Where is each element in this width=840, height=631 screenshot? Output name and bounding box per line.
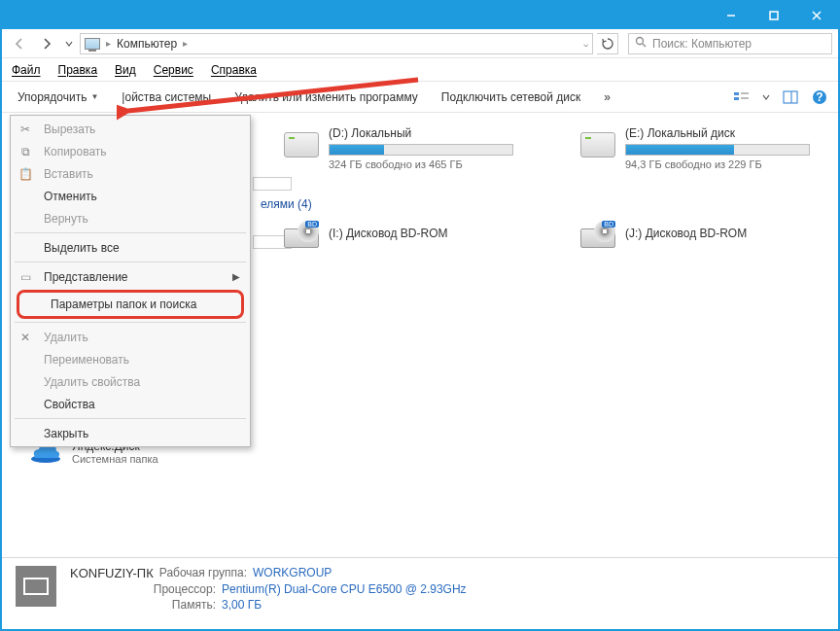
details-pane: KONFUZIY-ПК Рабочая группа: WORKGROUP Пр… (2, 557, 838, 629)
mem-label: Память: (70, 598, 216, 612)
hdd-icon (284, 132, 319, 158)
forward-button[interactable] (35, 32, 58, 55)
preview-pane-button[interactable] (780, 87, 801, 108)
breadcrumb-sep-icon: ▸ (183, 38, 188, 49)
search-icon (635, 36, 647, 51)
drive-e[interactable]: (E:) Локальный диск 94,3 ГБ свободно из … (580, 126, 819, 170)
removable-media-header[interactable]: елями (4) (261, 193, 819, 219)
mem-value: 3,00 ГБ (222, 598, 262, 612)
menu-paste[interactable]: 📋Вставить (13, 162, 248, 185)
uninstall-program-button[interactable]: Удалить или изменить программу (227, 87, 426, 108)
drive-name: (E:) Локальный диск (625, 126, 819, 140)
computer-icon (85, 38, 100, 50)
menu-properties[interactable]: Свойства (13, 393, 248, 415)
drive-i-bdrom[interactable]: BD (I:) Дисковод BD-ROM (284, 219, 522, 248)
address-dropdown-icon[interactable]: ⌵ (583, 39, 588, 49)
usage-bar (625, 144, 810, 156)
bdrom-icon: BD (580, 221, 615, 248)
refresh-button[interactable] (597, 33, 618, 54)
breadcrumb-computer[interactable]: Компьютер (117, 37, 177, 51)
cpu-value: Pentium(R) Dual-Core CPU E6500 @ 2.93GHz (222, 582, 467, 596)
view-mode-button[interactable] (731, 87, 752, 108)
organize-dropdown: ✂Вырезать ⧉Копировать 📋Вставить Отменить… (10, 115, 251, 447)
svg-rect-7 (734, 97, 739, 100)
drive-d[interactable]: (D:) Локальный 324 ГБ свободно из 465 ГБ (284, 126, 522, 170)
map-network-drive-button[interactable]: Подключить сетевой диск (434, 87, 588, 108)
search-box[interactable]: Поиск: Компьютер (628, 33, 832, 54)
organize-button[interactable]: Упорядочить ▼ (10, 87, 106, 108)
breadcrumb-sep-icon: ▸ (106, 38, 111, 49)
drive-free-text: 324 ГБ свободно из 465 ГБ (329, 158, 522, 170)
delete-icon: ✕ (17, 331, 34, 344)
svg-text:?: ? (816, 90, 822, 104)
menu-redo[interactable]: Вернуть (13, 207, 248, 229)
menu-copy[interactable]: ⧉Копировать (13, 140, 248, 162)
menu-service[interactable]: Сервис (154, 63, 193, 77)
yandex-disk-subtitle: Системная папка (72, 453, 158, 465)
svg-line-5 (643, 44, 646, 47)
search-placeholder: Поиск: Компьютер (652, 37, 752, 51)
menu-cut[interactable]: ✂Вырезать (13, 118, 248, 140)
svg-point-4 (637, 38, 644, 45)
menu-remove-props[interactable]: Удалить свойства (13, 370, 248, 393)
drive-name: (J:) Дисковод BD-ROM (625, 227, 819, 240)
hdd-icon (580, 132, 615, 158)
workgroup-value: WORKGROUP (253, 566, 332, 580)
menu-edit[interactable]: Правка (58, 63, 98, 77)
drives-row: (D:) Локальный 324 ГБ свободно из 465 ГБ… (284, 126, 819, 170)
computer-large-icon (16, 566, 56, 607)
annotation-highlight: Параметры папок и поиска (17, 290, 244, 319)
workgroup-label: Рабочая группа: (159, 566, 247, 580)
system-properties-button[interactable]: |ойства системы (114, 87, 219, 108)
drive-name: (I:) Дисковод BD-ROM (329, 227, 522, 240)
toolbar: Упорядочить ▼ |ойства системы Удалить ил… (2, 82, 838, 113)
navbar: ▸ Компьютер ▸ ⌵ Поиск: Компьютер (2, 29, 838, 58)
menu-folder-options[interactable]: Параметры папок и поиска (19, 293, 241, 316)
menu-undo[interactable]: Отменить (13, 185, 248, 207)
menubar: Файл Правка Вид Сервис Справка (2, 58, 838, 82)
menu-help[interactable]: Справка (211, 63, 257, 77)
drive-j-bdrom[interactable]: BD (J:) Дисковод BD-ROM (580, 219, 819, 248)
media-row: BD (I:) Дисковод BD-ROM BD (J:) Дисковод… (284, 219, 819, 248)
bdrom-icon: BD (284, 221, 319, 248)
computer-name: KONFUZIY-ПК (70, 566, 154, 580)
chevron-down-icon: ▼ (90, 92, 98, 101)
svg-rect-1 (770, 12, 778, 19)
menu-close[interactable]: Закрыть (13, 422, 248, 444)
back-button[interactable] (8, 32, 31, 55)
cpu-label: Процессор: (70, 582, 216, 596)
svg-rect-10 (784, 91, 797, 103)
copy-icon: ⧉ (17, 145, 34, 158)
menu-rename[interactable]: Переименовать (13, 348, 248, 370)
scissors-icon: ✂ (17, 123, 34, 136)
view-mode-dd-button[interactable] (760, 87, 772, 108)
layout-icon: ▭ (17, 270, 34, 284)
close-button[interactable] (795, 2, 838, 29)
address-bar[interactable]: ▸ Компьютер ▸ ⌵ (80, 33, 593, 54)
drive-name: (D:) Локальный (329, 126, 522, 140)
menu-layout[interactable]: ▭Представление▶ (13, 265, 248, 288)
submenu-arrow-icon: ▶ (232, 271, 240, 282)
organize-label: Упорядочить (18, 90, 87, 104)
explorer-window: ▸ Компьютер ▸ ⌵ Поиск: Компьютер Файл Пр… (0, 0, 840, 631)
menu-select-all[interactable]: Выделить все (13, 236, 248, 259)
maximize-button[interactable] (752, 2, 795, 29)
help-button[interactable]: ? (809, 87, 830, 108)
menu-view[interactable]: Вид (115, 63, 136, 77)
svg-rect-6 (734, 92, 739, 95)
minimize-button[interactable] (710, 2, 752, 29)
menu-file[interactable]: Файл (12, 63, 41, 77)
paste-icon: 📋 (17, 167, 34, 181)
recent-dd-button[interactable] (62, 32, 76, 55)
titlebar (2, 2, 838, 29)
drive-free-text: 94,3 ГБ свободно из 229 ГБ (625, 158, 819, 170)
usage-bar (329, 144, 513, 156)
menu-delete[interactable]: ✕Удалить (13, 326, 248, 348)
toolbar-overflow-button[interactable]: » (596, 87, 618, 108)
